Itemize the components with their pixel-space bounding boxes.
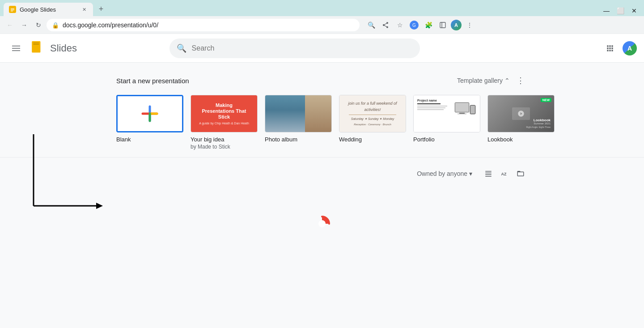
template-lookbook-thumb: NEW Lookbook Summer 2021 Right Angle: Ei… (487, 95, 555, 132)
svg-rect-33 (485, 175, 491, 175)
folder-view-button[interactable] (513, 166, 528, 181)
lock-icon: 🔒 (52, 22, 59, 29)
file-section: Owned by anyone ▾ AZ (0, 158, 644, 268)
svg-rect-6 (12, 46, 20, 47)
svg-rect-20 (611, 50, 613, 51)
your-big-idea-subtitle: A guide by Chip Heath & Dan Heath (199, 122, 249, 125)
svg-rect-12 (607, 45, 608, 47)
svg-rect-3 (11, 11, 13, 11)
svg-rect-27 (459, 113, 465, 114)
svg-rect-30 (470, 106, 475, 114)
owned-by-button[interactable]: Owned by anyone ▾ (411, 167, 478, 180)
loading-container (116, 188, 528, 260)
template-photo-album[interactable]: Photo album (265, 95, 332, 150)
g-extension-icon: G (410, 21, 419, 30)
menu-button[interactable] (7, 39, 25, 57)
your-big-idea-content: MakingPresentations ThatStick A guide by… (191, 95, 257, 132)
puzzle-icon[interactable]: 🧩 (422, 19, 435, 31)
list-view-button[interactable] (481, 166, 496, 181)
bookmark-icon[interactable]: ☆ (394, 19, 406, 31)
active-tab[interactable]: Google Slides ✕ (4, 3, 93, 16)
new-tab-button[interactable]: + (95, 3, 107, 15)
svg-rect-10 (33, 43, 39, 43)
lookbook-text: Lookbook Summer 2021 Right Angle: Eight-… (526, 118, 551, 128)
template-photo-album-label: Photo album (265, 136, 332, 143)
svg-rect-2 (11, 10, 14, 10)
template-lookbook-label: Lookbook (487, 136, 555, 143)
svg-rect-0 (10, 7, 15, 12)
menu-icon[interactable]: ⋮ (463, 19, 476, 31)
svg-point-38 (318, 220, 326, 227)
search-icon[interactable]: 🔍 (365, 19, 377, 31)
app-logo[interactable]: Slides (29, 39, 77, 57)
back-button[interactable]: ← (4, 19, 16, 31)
svg-rect-26 (455, 103, 469, 112)
templates-grid: Blank MakingPresentations ThatStick A gu… (0, 95, 644, 150)
address-bar: ← → ↻ 🔒 docs.google.com/presentation/u/0… (0, 16, 644, 34)
svg-rect-31 (485, 171, 491, 172)
svg-rect-34 (485, 176, 491, 177)
tab-bar: Google Slides ✕ + — ⬜ ✕ (0, 0, 644, 16)
minimize-button[interactable]: — (603, 7, 610, 14)
sort-az-button[interactable]: AZ (497, 166, 512, 181)
header-actions: A (601, 39, 637, 57)
url-bar[interactable]: 🔒 docs.google.com/presentation/u/0/ (47, 19, 360, 31)
apps-button[interactable] (601, 39, 619, 57)
svg-text:AZ: AZ (501, 172, 507, 176)
template-your-big-idea-label: Your big idea (191, 136, 258, 143)
file-section-header: Owned by anyone ▾ AZ (116, 166, 528, 181)
template-portfolio-label: Portfolio (413, 136, 480, 143)
profile-avatar[interactable]: A (623, 41, 637, 55)
template-lookbook[interactable]: NEW Lookbook Summer 2021 Right Angle: Ei… (487, 95, 555, 150)
template-blank[interactable]: Blank (116, 95, 183, 150)
share-icon[interactable] (379, 19, 392, 31)
app-name: Slides (50, 43, 77, 54)
slides-icon (29, 39, 47, 57)
search-bar[interactable]: 🔍 (169, 38, 420, 58)
profile-avatar-small[interactable]: A (451, 20, 462, 30)
your-big-idea-title: MakingPresentations ThatStick (202, 102, 246, 120)
close-button[interactable]: ✕ (631, 7, 637, 14)
template-your-big-idea-thumb: MakingPresentations ThatStick A guide by… (191, 95, 258, 132)
plus-icon (139, 103, 161, 124)
sidebar-icon[interactable] (436, 19, 449, 31)
portfolio-text: Project name (417, 99, 450, 111)
url-text: docs.google.com/presentation/u/0/ (63, 21, 158, 29)
svg-rect-16 (609, 47, 610, 49)
template-wedding[interactable]: join us for a full weekend of activities… (339, 95, 406, 150)
search-icon: 🔍 (177, 43, 186, 53)
templates-section-title: Start a new presentation (116, 77, 189, 85)
svg-rect-32 (485, 173, 491, 174)
window-controls: — ⬜ ✕ (603, 7, 640, 16)
svg-rect-1 (11, 9, 14, 9)
template-gallery-button[interactable]: Template gallery ⌃ (457, 77, 510, 84)
main-content: Start a new presentation Template galler… (0, 63, 644, 328)
templates-section: Start a new presentation Template galler… (0, 63, 644, 158)
wedding-text: join us for a full weekend of activities… (343, 101, 402, 127)
more-options-button[interactable]: ⋮ (513, 73, 528, 88)
extension-icon[interactable]: G (408, 19, 420, 31)
refresh-button[interactable]: ↻ (32, 19, 45, 31)
template-portfolio[interactable]: Project name (413, 95, 480, 150)
svg-rect-28 (458, 114, 466, 114)
svg-rect-4 (440, 22, 445, 28)
svg-rect-11 (33, 44, 39, 45)
address-actions: 🔍 ☆ G 🧩 A ⋮ (365, 19, 476, 31)
lookbook-badge: NEW (541, 98, 551, 102)
template-your-big-idea[interactable]: MakingPresentations ThatStick A guide by… (191, 95, 258, 150)
maximize-button[interactable]: ⬜ (617, 7, 624, 14)
tab-close-button[interactable]: ✕ (80, 6, 88, 13)
portfolio-content: Project name (414, 95, 480, 132)
loading-spinner (313, 215, 331, 233)
svg-rect-13 (609, 45, 610, 47)
search-input[interactable] (192, 44, 413, 52)
svg-rect-15 (607, 47, 608, 49)
template-portfolio-thumb: Project name (413, 95, 480, 132)
tab-favicon (9, 6, 16, 13)
svg-rect-8 (12, 50, 20, 51)
file-view-buttons: AZ (481, 166, 528, 181)
wedding-content: join us for a full weekend of activities… (339, 95, 406, 132)
forward-button[interactable]: → (18, 19, 30, 31)
templates-controls: Template gallery ⌃ ⋮ (457, 73, 528, 88)
template-wedding-label: Wedding (339, 136, 406, 143)
